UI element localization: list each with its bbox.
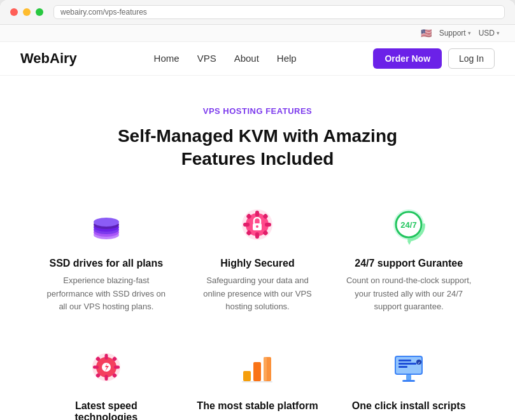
feature-security-desc: Safeguarding your data and online presen… (195, 274, 321, 314)
svg-rect-42 (399, 363, 416, 365)
feature-support-desc: Count on round-the-clock support, your t… (346, 274, 472, 314)
feature-stable-desc: Experience rock-solid reliability on the… (195, 417, 321, 420)
flag-icon: 🇺🇸 (421, 28, 432, 38)
flag-emoji: 🇺🇸 (421, 28, 432, 38)
svg-rect-24 (104, 354, 108, 360)
security-icon (234, 202, 280, 248)
order-now-button[interactable]: Order Now (373, 48, 442, 69)
section-label: VPS Hosting Features (38, 106, 477, 116)
utility-bar: 🇺🇸 Support ▾ USD ▾ (0, 25, 515, 42)
feature-speed: Latest speed technologies Future-proof y… (38, 339, 174, 420)
minimize-dot[interactable] (23, 8, 31, 16)
features-grid: SSD drives for all plans Experience blaz… (38, 197, 477, 420)
svg-rect-38 (242, 381, 272, 382)
maximize-dot[interactable] (36, 8, 43, 16)
support-link[interactable]: Support ▾ (439, 29, 471, 38)
svg-rect-27 (114, 366, 120, 369)
feature-security-title: Highly Secured (220, 258, 294, 269)
nav-about[interactable]: About (234, 53, 259, 64)
stable-icon (234, 344, 280, 390)
logo-airy: Airy (50, 50, 77, 66)
svg-rect-11 (265, 223, 271, 227)
logo-web: Web (20, 50, 50, 66)
feature-security: Highly Secured Safeguarding your data an… (190, 197, 326, 319)
feature-scripts-title: One click install scripts (352, 400, 466, 412)
svg-rect-8 (255, 211, 259, 217)
svg-rect-26 (93, 366, 99, 369)
login-button[interactable]: Log In (448, 48, 495, 69)
speed-icon (83, 344, 129, 390)
feature-support: 24/7 24/7 support Gurantee Count on roun… (341, 197, 477, 319)
svg-rect-25 (104, 375, 108, 381)
section-title: Self-Managed KVM with AmazingFeatures In… (38, 125, 477, 171)
svg-text:✓: ✓ (418, 361, 420, 365)
svg-rect-45 (402, 380, 415, 382)
chevron-down-icon: ▾ (468, 30, 471, 36)
feature-stable: The most stable platform Experience rock… (190, 339, 326, 420)
nav-actions: Order Now Log In (373, 48, 495, 69)
browser-window: webairy.com/vps-features 🇺🇸 Support ▾ US… (0, 0, 515, 420)
svg-point-5 (94, 218, 119, 227)
navbar: WebAiry Home VPS About Help Order Now Lo… (0, 42, 515, 76)
feature-ssd: SSD drives for all plans Experience blaz… (38, 197, 174, 319)
svg-rect-44 (406, 375, 411, 380)
feature-ssd-title: SSD drives for all plans (49, 258, 163, 269)
svg-rect-41 (399, 360, 411, 361)
nav-links: Home VPS About Help (154, 53, 297, 64)
nav-help[interactable]: Help (277, 53, 297, 64)
logo[interactable]: WebAiry (20, 50, 77, 67)
svg-text:24/7: 24/7 (401, 220, 417, 230)
svg-rect-43 (399, 366, 407, 368)
feature-speed-title: Latest speed technologies (43, 400, 169, 420)
svg-rect-10 (243, 223, 250, 227)
svg-rect-40 (396, 357, 421, 374)
svg-rect-9 (255, 232, 259, 239)
support-icon: 24/7 (386, 202, 432, 248)
feature-ssd-desc: Experience blazing-fast performance with… (43, 274, 169, 314)
feature-scripts: ✓ One click install scripts Streamline y… (341, 339, 477, 420)
nav-vps[interactable]: VPS (197, 53, 216, 64)
feature-support-title: 24/7 support Gurantee (355, 258, 463, 269)
page-content: VPS Hosting Features Self-Managed KVM wi… (0, 76, 515, 420)
address-bar[interactable]: webairy.com/vps-features (53, 5, 505, 19)
nav-home[interactable]: Home (154, 53, 180, 64)
chevron-down-icon: ▾ (497, 30, 500, 36)
ssd-icon (83, 202, 129, 248)
browser-bar: webairy.com/vps-features (0, 0, 515, 25)
svg-rect-34 (243, 371, 251, 381)
svg-rect-37 (264, 357, 267, 381)
svg-marker-21 (407, 241, 411, 245)
feature-scripts-desc: Streamline your site creation with easy … (346, 417, 472, 420)
svg-rect-35 (253, 362, 261, 381)
feature-stable-title: The most stable platform (197, 400, 318, 412)
svg-point-17 (256, 225, 258, 228)
scripts-icon: ✓ (386, 344, 432, 390)
close-dot[interactable] (10, 8, 18, 16)
currency-link[interactable]: USD ▾ (479, 29, 500, 38)
